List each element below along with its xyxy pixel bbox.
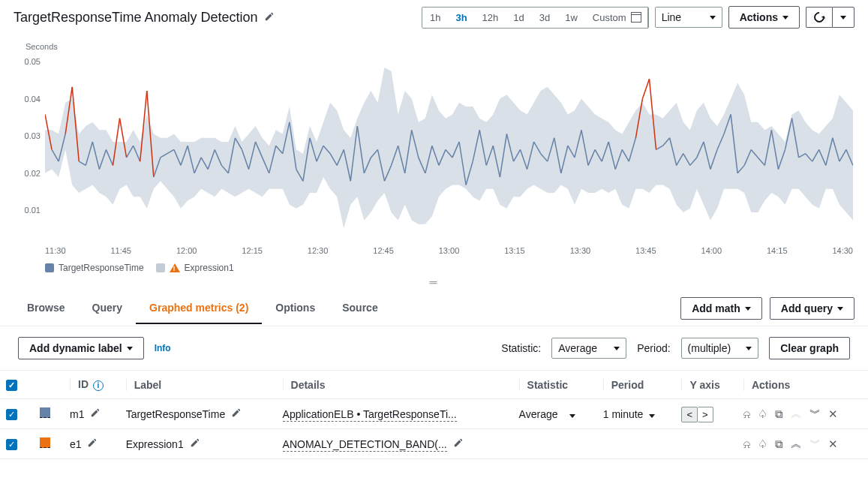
cell-statistic[interactable]: Average [513,399,597,429]
legend-color-2 [156,263,165,272]
time-1h[interactable]: 1h [422,8,448,28]
row-actions: ⍾ ♤ ⧉ ︽ ︾ ✕ [743,407,862,421]
info-icon[interactable]: i [93,380,104,391]
cell-details: ANOMALY_DETECTION_BAND(... [277,429,513,459]
cell-period[interactable]: 1 minute [597,399,676,429]
time-range-selector: 1h 3h 12h 1d 3d 1w Custom [422,7,649,29]
controls-row: Add dynamic label Info Statistic: Averag… [0,326,868,370]
th-yaxis: Y axis [675,371,737,399]
edit-label-icon[interactable] [190,439,200,450]
clear-graph-button[interactable]: Clear graph [769,337,850,359]
color-swatch[interactable] [40,407,50,418]
statistic-select[interactable]: Average [551,338,626,359]
statistic-label: Statistic: [501,342,541,354]
y-axis-ticks: 0.05 0.04 0.03 0.02 0.01 [15,56,45,228]
th-id: ID i [64,371,120,399]
move-up-icon: ︽ [791,407,802,421]
move-up-icon[interactable]: ︽ [791,437,802,451]
actions-button[interactable]: Actions [728,6,800,29]
chart-legend: TargetResponseTime Expression1 [45,263,853,273]
chevron-down-icon [782,16,788,20]
copy-icon[interactable]: ⧉ [775,407,783,421]
tab-source[interactable]: Source [329,293,391,324]
legend-color-1 [45,263,54,272]
time-1w[interactable]: 1w [557,8,585,28]
period-label: Period: [637,342,670,354]
warning-icon [170,263,180,272]
alarm-icon[interactable]: ⍾ [743,437,750,450]
cell-id: m1 [64,399,120,429]
cell-label: Expression1 [120,429,277,459]
refresh-icon [812,10,827,25]
chevron-down-icon [127,347,133,350]
th-checkbox: ✓ [0,371,34,399]
time-3h[interactable]: 3h [448,8,474,28]
alarm-icon[interactable]: ⍾ [743,407,750,420]
info-link[interactable]: Info [155,343,171,353]
th-details: Details [277,371,513,399]
period-select[interactable]: (multiple) [681,338,759,359]
add-dynamic-label-button[interactable]: Add dynamic label [18,337,144,359]
chevron-down-icon [745,307,751,311]
cell-details: ApplicationELB • TargetResponseTi... [277,399,513,429]
metrics-table: ✓ ID i Label Details Statistic Period Y … [0,370,868,459]
legend-item-2[interactable]: Expression1 [156,263,234,273]
chevron-down-icon [837,307,843,311]
x-axis-ticks: 11:30 11:45 12:00 12:15 12:30 12:45 13:0… [45,246,853,255]
cell-label: TargetResponseTime [120,399,277,429]
time-12h[interactable]: 12h [475,8,506,28]
title-text: TargetResponseTime Anomaly Detection [14,10,258,26]
edit-label-icon[interactable] [231,409,242,420]
edit-title-icon[interactable] [264,10,275,26]
tab-query[interactable]: Query [79,293,136,324]
row-actions: ⍾ ♤ ⧉ ︽ ︾ ✕ [743,437,862,451]
chart-type-select[interactable]: Line [655,7,722,28]
move-down-icon[interactable]: ︾ [809,407,821,421]
remove-icon[interactable]: ✕ [828,437,838,451]
th-period: Period [597,371,676,399]
resize-handle[interactable]: ═ [0,273,868,291]
cell-id: e1 [64,429,120,459]
edit-id-icon[interactable] [90,409,101,420]
tab-options[interactable]: Options [262,293,329,324]
th-actions: Actions [737,371,868,399]
y-axis-label: Seconds [26,42,853,51]
add-query-button[interactable]: Add query [770,297,854,320]
row-checkbox[interactable]: ✓ [6,439,17,450]
refresh-button[interactable] [806,7,832,28]
remove-icon[interactable]: ✕ [828,407,838,421]
bell-icon[interactable]: ♤ [758,437,767,451]
chevron-down-icon [569,414,575,418]
copy-icon[interactable]: ⧉ [775,437,783,451]
edit-details-icon[interactable] [453,439,464,450]
legend-item-1[interactable]: TargetResponseTime [45,263,144,273]
chevron-down-icon [840,16,846,20]
chart-plot[interactable] [45,56,853,228]
chevron-down-icon [614,347,620,350]
refresh-options-button[interactable] [832,7,854,28]
th-label: Label [120,371,277,399]
tab-bar: Browse Query Graphed metrics (2) Options… [0,291,868,326]
yaxis-right[interactable]: > [698,407,713,422]
time-custom[interactable]: Custom [585,8,648,28]
time-3d[interactable]: 3d [532,8,557,28]
chevron-down-icon [746,347,752,350]
page-title: TargetResponseTime Anomaly Detection [14,10,275,26]
tab-browse[interactable]: Browse [14,293,79,324]
yaxis-left[interactable]: < [681,407,698,422]
chevron-down-icon [710,16,716,20]
th-statistic: Statistic [513,371,597,399]
bell-icon[interactable]: ♤ [758,407,767,421]
add-math-button[interactable]: Add math [680,297,762,320]
row-checkbox[interactable]: ✓ [6,409,17,420]
select-all-checkbox[interactable]: ✓ [6,380,17,391]
cell-yaxis: <> [675,399,737,429]
edit-id-icon[interactable] [87,439,98,450]
table-row: ✓ e1 Expression1 ANOMALY_DETECTION_BAND(… [0,429,868,459]
chart-container: Seconds 0.05 0.04 0.03 0.02 0.01 11:30 1… [0,35,868,273]
calendar-icon [631,12,641,23]
time-1d[interactable]: 1d [506,8,531,28]
chevron-down-icon [649,414,655,418]
tab-graphed[interactable]: Graphed metrics (2) [136,293,262,324]
color-swatch[interactable] [40,437,50,448]
